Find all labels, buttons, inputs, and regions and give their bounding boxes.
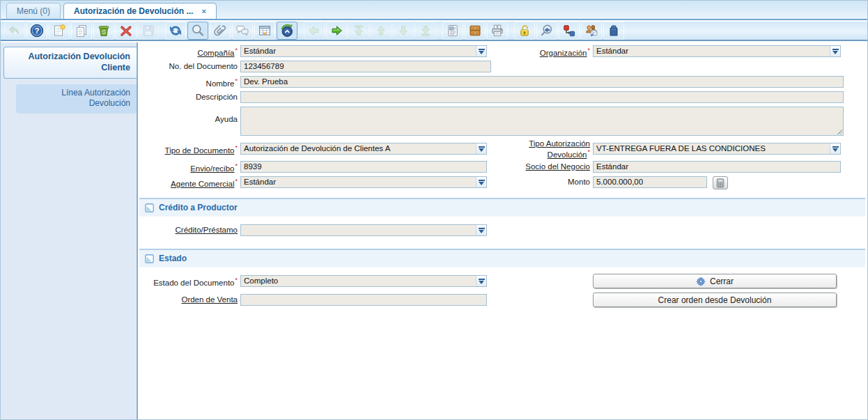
- socio-negocio-label[interactable]: Socio del Negocio: [517, 162, 590, 171]
- section-credito-productor: Crédito a Productor: [139, 198, 865, 217]
- compania-select[interactable]: Estándar: [240, 45, 487, 57]
- lock-icon[interactable]: [514, 22, 535, 40]
- chevron-down-icon[interactable]: [476, 276, 486, 286]
- required-marker: *: [587, 47, 590, 54]
- toolbar-separator: [509, 22, 513, 40]
- product-info-icon[interactable]: [603, 22, 624, 40]
- archive-icon[interactable]: [465, 22, 486, 40]
- required-marker: *: [235, 144, 238, 151]
- tipo-autorizacion-label[interactable]: Tipo Autorización Devolución*: [517, 139, 590, 160]
- tab-menu[interactable]: Menú (0): [6, 3, 61, 19]
- chevron-down-icon[interactable]: [476, 46, 486, 56]
- no-documento-label: No. del Documento: [139, 62, 238, 71]
- socio-negocio-field[interactable]: Estándar: [593, 161, 841, 173]
- tipo-documento-select[interactable]: Autorización de Devolución de Clientes A: [240, 143, 487, 155]
- sidebar-item-autorizacion-devolucion-cliente[interactable]: Autorización Devolución Cliente: [3, 47, 137, 79]
- nombre-label: Nombre*: [139, 77, 238, 88]
- requests-icon[interactable]: [581, 22, 602, 40]
- window: Menú (0) Autorización de Devolución ...×…: [0, 0, 868, 420]
- next-record-icon: [393, 22, 414, 40]
- sidebar: Autorización Devolución Cliente Línea Au…: [1, 42, 138, 419]
- descripcion-label: Descripción: [139, 93, 238, 102]
- print-icon[interactable]: [487, 22, 508, 40]
- chevron-down-icon[interactable]: [476, 225, 486, 235]
- grid-toggle-icon[interactable]: [254, 22, 275, 40]
- workflow-icon[interactable]: [559, 22, 580, 40]
- credito-prestamo-label[interactable]: Crédito/Préstamo: [139, 226, 238, 235]
- sidebar-item-linea-autorizacion-devolucion[interactable]: Línea Autorización Devolución: [16, 84, 137, 114]
- section-title: Crédito a Productor: [159, 203, 238, 212]
- zoom-across-icon[interactable]: [536, 22, 557, 40]
- estado-documento-label: Estado del Documento*: [139, 277, 238, 288]
- collapse-section-icon[interactable]: [145, 254, 154, 263]
- tipo-documento-label[interactable]: Tipo de Documento*: [139, 144, 238, 155]
- required-marker: *: [235, 77, 238, 84]
- nombre-field[interactable]: Dev. Prueba: [240, 76, 844, 88]
- copy-record-icon[interactable]: [71, 22, 92, 40]
- estado-documento-select[interactable]: Completo: [240, 275, 487, 287]
- tab-autorizacion-devolucion[interactable]: Autorización de Devolución ...×: [63, 3, 217, 19]
- tab-bar: Menú (0) Autorización de Devolución ...×: [1, 1, 867, 20]
- last-record-icon: [415, 22, 436, 40]
- chevron-down-icon[interactable]: [476, 177, 486, 187]
- descripcion-field[interactable]: [240, 91, 844, 103]
- cerrar-button[interactable]: Cerrar: [593, 274, 837, 288]
- envio-recibo-label[interactable]: Envio/recibo*: [139, 162, 238, 173]
- previous-record-icon: [371, 22, 392, 40]
- monto-field[interactable]: 5.000.000,00: [593, 176, 707, 188]
- undo-icon: [4, 22, 25, 40]
- help-icon[interactable]: [26, 22, 47, 40]
- collapse-section-icon[interactable]: [145, 203, 154, 212]
- required-marker: *: [235, 178, 238, 185]
- credito-prestamo-select[interactable]: [240, 224, 487, 236]
- agente-comercial-select[interactable]: Estándar: [240, 176, 487, 188]
- section-title: Estado: [159, 254, 187, 263]
- toolbar: [1, 22, 867, 41]
- report-icon[interactable]: [442, 22, 463, 40]
- orden-venta-field[interactable]: [240, 294, 487, 306]
- chevron-down-icon[interactable]: [830, 143, 840, 154]
- save-icon: [138, 22, 159, 40]
- chevron-down-icon[interactable]: [830, 46, 840, 56]
- find-icon[interactable]: [187, 22, 208, 40]
- envio-recibo-field[interactable]: 8939: [240, 161, 487, 173]
- monto-label: Monto: [517, 178, 590, 187]
- ayuda-label: Ayuda: [139, 115, 238, 124]
- delete-record-icon[interactable]: [93, 22, 114, 40]
- form-panel: Compañía* Estándar Organización* Estánda…: [139, 42, 867, 419]
- toolbar-separator: [160, 22, 164, 40]
- required-marker: *: [235, 277, 238, 283]
- toolbar-separator: [299, 22, 302, 40]
- chevron-down-icon[interactable]: [476, 143, 486, 154]
- history-icon[interactable]: [277, 22, 297, 40]
- first-record-icon: [348, 22, 369, 40]
- ayuda-textarea[interactable]: [240, 107, 844, 136]
- tipo-autorizacion-select[interactable]: VT-ENTREGA FUERA DE LAS CONDICIONES: [593, 143, 841, 155]
- orden-venta-label[interactable]: Orden de Venta: [139, 295, 238, 304]
- crear-orden-button[interactable]: Crear orden desde Devolución: [593, 293, 837, 307]
- organizacion-label[interactable]: Organización*: [517, 47, 590, 58]
- calculator-button[interactable]: [713, 176, 728, 189]
- tab-label: Autorización de Devolución ...: [74, 6, 193, 16]
- attachment-icon[interactable]: [210, 22, 231, 40]
- gear-icon: [696, 277, 706, 286]
- new-record-icon[interactable]: [49, 22, 70, 40]
- required-marker: *: [235, 47, 238, 54]
- close-tab-icon[interactable]: ×: [201, 7, 206, 15]
- no-documento-field[interactable]: 123456789: [240, 61, 491, 72]
- compania-label[interactable]: Compañía*: [139, 47, 238, 58]
- agente-comercial-label[interactable]: Agente Comercial*: [139, 178, 238, 189]
- required-marker: *: [587, 148, 590, 155]
- detail-record-icon[interactable]: [326, 22, 347, 40]
- required-marker: *: [235, 162, 238, 169]
- section-estado: Estado: [139, 249, 865, 267]
- organizacion-select[interactable]: Estándar: [593, 45, 841, 57]
- toolbar-separator: [437, 22, 441, 40]
- parent-record-icon: [304, 22, 325, 40]
- delete-selection-icon[interactable]: [116, 22, 137, 40]
- chat-icon[interactable]: [232, 22, 253, 40]
- refresh-icon[interactable]: [165, 22, 186, 40]
